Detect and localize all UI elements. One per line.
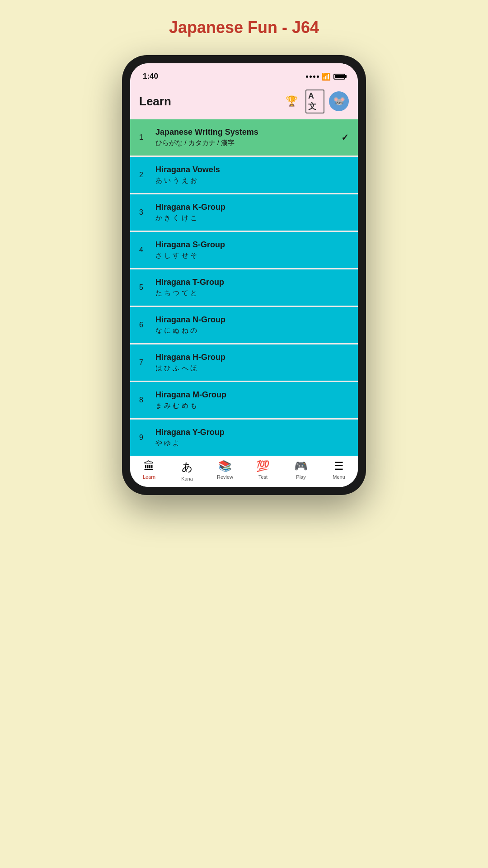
lesson-subtitle: は ひ ふ へ ほ — [155, 364, 349, 373]
lesson-name: Japanese Writing Systems — [155, 127, 341, 137]
signal-dots-icon — [306, 75, 319, 78]
trophy-icon: 🏆 — [286, 95, 298, 107]
lesson-number: 5 — [139, 283, 152, 292]
translate-button[interactable]: A文 — [305, 92, 324, 111]
lesson-list: 1Japanese Writing Systemsひらがな / カタカナ / 漢… — [130, 119, 358, 456]
battery-icon — [333, 74, 345, 80]
nav-label-play: Play — [296, 474, 305, 480]
lesson-name: Hiragana S-Group — [155, 240, 349, 250]
nav-item-test[interactable]: 💯Test — [244, 460, 282, 481]
nav-icon-menu: ☰ — [334, 460, 344, 472]
lesson-subtitle: か き く け こ — [155, 214, 349, 222]
lesson-checkmark-icon: ✓ — [341, 132, 349, 143]
lesson-item[interactable]: 3Hiragana K-Groupか き く け こ — [130, 194, 358, 231]
lesson-subtitle: ま み む め も — [155, 401, 349, 410]
nav-icon-review: 📚 — [218, 460, 232, 472]
lesson-number: 4 — [139, 246, 152, 254]
nav-item-kana[interactable]: あKana — [168, 460, 206, 481]
lesson-subtitle: あ い う え お — [155, 176, 349, 185]
avatar-button[interactable]: 🐭 — [329, 91, 349, 111]
lesson-subtitle: や ゆ よ — [155, 439, 349, 448]
nav-icon-test: 💯 — [256, 460, 270, 472]
lesson-content: Japanese Writing Systemsひらがな / カタカナ / 漢字 — [155, 127, 341, 147]
lesson-number: 3 — [139, 208, 152, 217]
lesson-content: Hiragana Y-Groupや ゆ よ — [155, 428, 349, 448]
nav-label-review: Review — [217, 474, 233, 480]
nav-icon-learn: 🏛 — [144, 460, 155, 472]
lesson-name: Hiragana N-Group — [155, 315, 349, 325]
lesson-content: Hiragana K-Groupか き く け こ — [155, 203, 349, 222]
lesson-number: 6 — [139, 321, 152, 329]
lesson-number: 1 — [139, 133, 152, 142]
wifi-icon: 📶 — [322, 72, 331, 81]
lesson-number: 8 — [139, 396, 152, 404]
lesson-name: Hiragana Y-Group — [155, 428, 349, 437]
bottom-nav: 🏛LearnあKana📚Review💯Test🎮Play☰Menu — [130, 456, 358, 487]
app-header: Learn 🏆 A文 🐭 — [130, 87, 358, 119]
status-bar: 1:40 📶 — [130, 63, 358, 87]
lesson-content: Hiragana Vowelsあ い う え お — [155, 165, 349, 185]
lesson-item[interactable]: 4Hiragana S-Groupさ し す せ そ — [130, 232, 358, 268]
phone-frame: 1:40 📶 Learn 🏆 — [122, 55, 366, 495]
phone-screen: 1:40 📶 Learn 🏆 — [130, 63, 358, 487]
header-title: Learn — [139, 94, 171, 108]
lesson-name: Hiragana Vowels — [155, 165, 349, 175]
nav-icon-play: 🎮 — [294, 460, 308, 472]
trophy-button[interactable]: 🏆 — [282, 92, 301, 111]
lesson-item[interactable]: 5Hiragana T-Groupた ち つ て と — [130, 269, 358, 306]
status-icons: 📶 — [306, 72, 345, 81]
lesson-name: Hiragana H-Group — [155, 353, 349, 362]
nav-item-review[interactable]: 📚Review — [206, 460, 244, 481]
lesson-content: Hiragana T-Groupた ち つ て と — [155, 278, 349, 297]
lesson-content: Hiragana M-Groupま み む め も — [155, 390, 349, 410]
lesson-item[interactable]: 8Hiragana M-Groupま み む め も — [130, 382, 358, 418]
nav-item-play[interactable]: 🎮Play — [282, 460, 320, 481]
lesson-subtitle: さ し す せ そ — [155, 251, 349, 260]
lesson-content: Hiragana N-Groupな に ぬ ね の — [155, 315, 349, 335]
lesson-name: Hiragana M-Group — [155, 390, 349, 400]
status-time: 1:40 — [143, 72, 158, 81]
header-actions: 🏆 A文 🐭 — [282, 91, 349, 111]
nav-item-learn[interactable]: 🏛Learn — [130, 460, 168, 481]
lesson-number: 7 — [139, 359, 152, 367]
nav-label-learn: Learn — [143, 474, 155, 480]
lesson-item[interactable]: 9Hiragana Y-Groupや ゆ よ — [130, 420, 358, 456]
page-title: Japanese Fun - J64 — [169, 18, 319, 37]
avatar-icon: 🐭 — [333, 95, 345, 107]
lesson-number: 2 — [139, 171, 152, 179]
lesson-item[interactable]: 6Hiragana N-Groupな に ぬ ね の — [130, 307, 358, 343]
nav-label-menu: Menu — [333, 474, 345, 480]
lesson-content: Hiragana H-Groupは ひ ふ へ ほ — [155, 353, 349, 373]
lesson-content: Hiragana S-Groupさ し す せ そ — [155, 240, 349, 260]
lesson-name: Hiragana K-Group — [155, 203, 349, 212]
lesson-number: 9 — [139, 434, 152, 442]
nav-item-menu[interactable]: ☰Menu — [320, 460, 358, 481]
lesson-item[interactable]: 1Japanese Writing Systemsひらがな / カタカナ / 漢… — [130, 119, 358, 156]
lesson-subtitle: た ち つ て と — [155, 289, 349, 297]
translate-icon: A文 — [305, 90, 324, 113]
lesson-subtitle: な に ぬ ね の — [155, 326, 349, 335]
lesson-item[interactable]: 2Hiragana Vowelsあ い う え お — [130, 157, 358, 193]
nav-icon-kana: あ — [182, 460, 193, 474]
lesson-name: Hiragana T-Group — [155, 278, 349, 287]
lesson-subtitle: ひらがな / カタカナ / 漢字 — [155, 139, 341, 147]
nav-label-test: Test — [258, 474, 267, 480]
nav-label-kana: Kana — [181, 476, 193, 481]
lesson-item[interactable]: 7Hiragana H-Groupは ひ ふ へ ほ — [130, 344, 358, 381]
